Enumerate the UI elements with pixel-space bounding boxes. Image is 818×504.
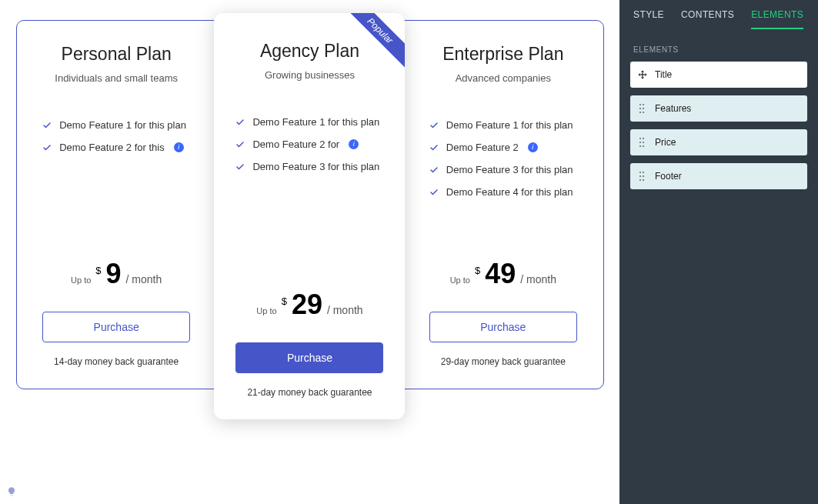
check-icon	[429, 143, 439, 152]
feature-row: Demo Feature 1 for this plan	[235, 116, 383, 128]
plan-footer-note: 29-day money back guarantee	[429, 356, 577, 367]
svg-point-8	[639, 142, 641, 143]
svg-point-16	[639, 179, 641, 181]
elements-section-label: ELEMENTS	[619, 30, 818, 62]
drag-grip-icon[interactable]	[638, 172, 647, 181]
drag-grip-icon[interactable]	[638, 138, 647, 147]
price-prefix: Up to	[450, 275, 470, 285]
plan-subtitle: Advanced companies	[429, 72, 577, 84]
feature-row: Demo Feature 1 for this plan	[42, 119, 190, 131]
svg-point-13	[643, 172, 644, 173]
info-icon[interactable]: i	[349, 139, 359, 149]
svg-point-1	[643, 104, 644, 105]
feature-text: Demo Feature 4 for this plan	[446, 186, 573, 198]
plan-subtitle: Growing businesses	[235, 69, 383, 81]
feature-row: Demo Feature 2 for thisi	[42, 142, 190, 153]
price-currency: $	[475, 265, 480, 276]
element-item-price[interactable]: Price	[630, 129, 807, 155]
svg-point-3	[643, 108, 644, 109]
pricing-board: Personal PlanIndividuals and small teams…	[16, 20, 604, 389]
plan-title: Personal Plan	[42, 44, 190, 65]
svg-point-15	[643, 175, 644, 177]
plan-title: Enterprise Plan	[429, 44, 577, 65]
drag-grip-icon[interactable]	[638, 104, 647, 113]
element-item-label: Footer	[655, 171, 682, 182]
price-block: Up to$29/ month	[235, 289, 383, 321]
pricing-plan: Personal PlanIndividuals and small teams…	[21, 21, 212, 389]
price-prefix: Up to	[71, 275, 91, 285]
tab-style[interactable]: STYLE	[633, 9, 664, 29]
feature-row: Demo Feature 3 for this plan	[429, 164, 577, 175]
feature-text: Demo Feature 1 for this plan	[252, 116, 379, 128]
purchase-button[interactable]: Purchase	[235, 342, 383, 373]
element-item-label: Title	[655, 69, 672, 80]
pricing-canvas: Personal PlanIndividuals and small teams…	[0, 0, 619, 504]
hint-bulb-icon[interactable]	[6, 486, 17, 499]
price-amount: 49	[485, 258, 516, 290]
plan-footer-note: 21-day money back guarantee	[235, 387, 383, 398]
plan-title: Agency Plan	[235, 41, 383, 62]
check-icon	[429, 188, 439, 197]
price-period: / month	[126, 273, 162, 285]
feature-text: Demo Feature 1 for this plan	[59, 119, 186, 131]
check-icon	[235, 140, 245, 149]
svg-point-7	[643, 138, 644, 139]
element-item-title[interactable]: Title	[630, 62, 807, 88]
feature-list: Demo Feature 1 for this planDemo Feature…	[235, 116, 383, 172]
pricing-plan: PopularAgency PlanGrowing businessesDemo…	[214, 13, 405, 419]
price-block: Up to$49/ month	[429, 258, 577, 290]
price-block: Up to$9/ month	[42, 258, 190, 290]
price-period: / month	[520, 273, 556, 285]
svg-point-14	[639, 175, 641, 177]
price-currency: $	[95, 265, 101, 276]
purchase-button[interactable]: Purchase	[429, 312, 577, 342]
feature-text: Demo Feature 2	[446, 142, 519, 153]
info-icon[interactable]: i	[528, 142, 538, 152]
svg-point-12	[639, 172, 641, 173]
check-icon	[429, 165, 439, 175]
tab-contents[interactable]: CONTENTS	[681, 9, 734, 29]
price-currency: $	[282, 295, 287, 307]
feature-row: Demo Feature 4 for this plan	[429, 186, 577, 198]
svg-point-17	[643, 179, 644, 181]
feature-row: Demo Feature 2 fori	[235, 139, 383, 150]
check-icon	[235, 162, 245, 172]
pricing-plan: Enterprise PlanAdvanced companiesDemo Fe…	[408, 21, 599, 389]
price-prefix: Up to	[256, 306, 276, 315]
svg-point-0	[639, 104, 641, 105]
feature-text: Demo Feature 3 for this plan	[252, 161, 379, 172]
price-amount: 29	[292, 289, 322, 321]
plan-subtitle: Individuals and small teams	[42, 72, 190, 84]
feature-row: Demo Feature 1 for this plan	[429, 119, 577, 131]
feature-text: Demo Feature 3 for this plan	[446, 164, 573, 175]
svg-point-5	[643, 112, 644, 113]
feature-text: Demo Feature 1 for this plan	[446, 119, 573, 131]
feature-text: Demo Feature 2 for	[252, 139, 339, 150]
element-item-label: Price	[655, 137, 676, 148]
info-icon[interactable]: i	[174, 142, 184, 152]
svg-point-2	[639, 108, 641, 109]
price-period: / month	[327, 304, 363, 316]
element-item-features[interactable]: Features	[630, 95, 807, 122]
element-item-label: Features	[655, 103, 691, 114]
feature-text: Demo Feature 2 for this	[59, 142, 165, 153]
elements-list: TitleFeaturesPriceFooter	[619, 62, 818, 189]
feature-row: Demo Feature 3 for this plan	[235, 161, 383, 172]
svg-point-6	[639, 138, 641, 139]
svg-point-10	[639, 145, 641, 147]
svg-point-11	[643, 145, 644, 147]
purchase-button[interactable]: Purchase	[42, 312, 190, 342]
check-icon	[235, 118, 245, 127]
inspector-panel: STYLECONTENTSELEMENTS ELEMENTS TitleFeat…	[619, 0, 818, 504]
check-icon	[429, 121, 439, 130]
svg-point-9	[643, 142, 644, 143]
element-item-footer[interactable]: Footer	[630, 163, 807, 189]
plan-footer-note: 14-day money back guarantee	[42, 356, 190, 367]
check-icon	[42, 121, 52, 130]
feature-row: Demo Feature 2i	[429, 142, 577, 153]
price-amount: 9	[106, 258, 122, 290]
svg-point-4	[639, 112, 641, 113]
move-icon[interactable]	[638, 70, 647, 79]
feature-list: Demo Feature 1 for this planDemo Feature…	[429, 119, 577, 198]
tab-elements[interactable]: ELEMENTS	[751, 9, 803, 29]
